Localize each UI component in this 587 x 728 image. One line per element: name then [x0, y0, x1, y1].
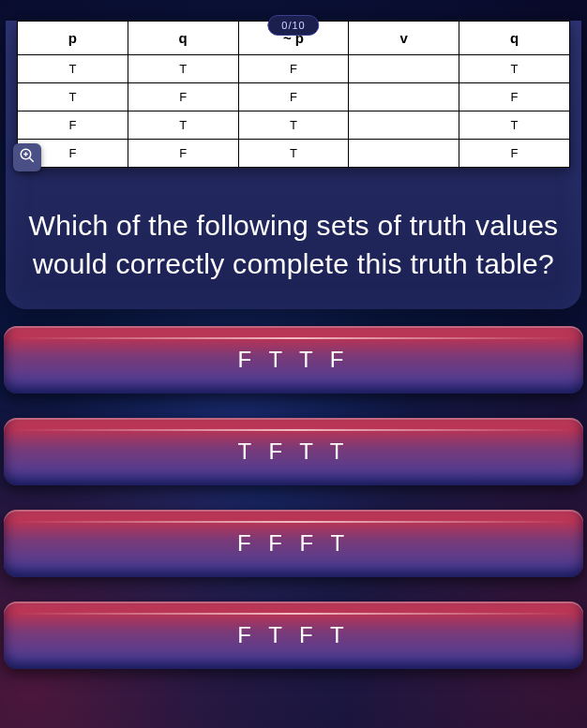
svg-line-1 [29, 157, 34, 162]
col-q: q [128, 22, 238, 55]
truth-table-panel: p q ~ p v q T T F T T F F [17, 21, 570, 168]
table-row: F T T T [18, 111, 570, 140]
col-p: p [18, 22, 128, 55]
answer-option-2[interactable]: T F T T [4, 418, 583, 485]
answer-label: T F T T [238, 438, 350, 464]
answer-option-4[interactable]: F T F T [4, 602, 583, 669]
zoom-button[interactable] [13, 143, 41, 171]
table-row: T T F T [18, 55, 570, 83]
answer-label: F T T F [238, 347, 350, 372]
col-q2: q [459, 22, 570, 55]
question-text: Which of the following sets of truth val… [6, 168, 581, 292]
magnifier-plus-icon [19, 147, 36, 168]
answer-option-1[interactable]: F T T F [4, 326, 583, 394]
answer-list: F T T F T F T T F F F T F T F T [0, 326, 587, 669]
table-row: F F T F [18, 140, 570, 168]
progress-pill: 0/10 [267, 15, 319, 36]
answer-label: F T F T [237, 622, 349, 647]
table-row: T F F F [18, 83, 570, 111]
question-card: 0/10 p q ~ p v q T T F T [6, 21, 581, 309]
answer-option-3[interactable]: F F F T [4, 510, 583, 577]
col-or: v [349, 22, 459, 55]
truth-table: p q ~ p v q T T F T T F F [17, 21, 570, 168]
answer-label: F F F T [237, 530, 350, 556]
